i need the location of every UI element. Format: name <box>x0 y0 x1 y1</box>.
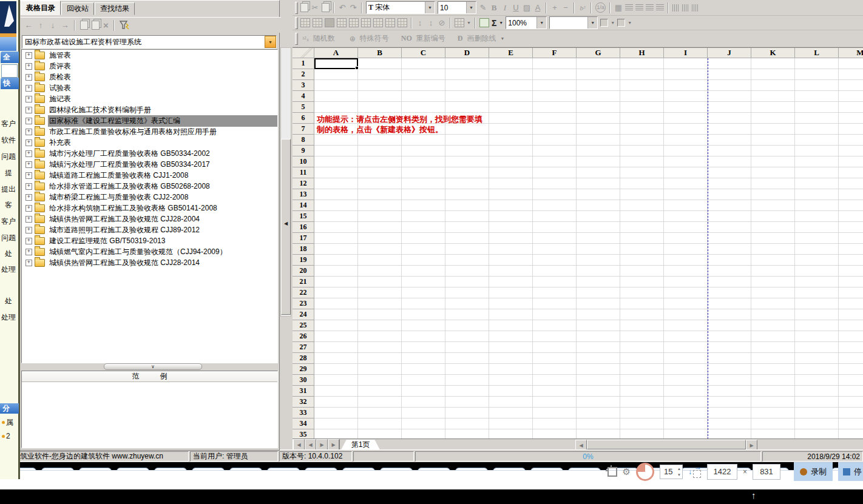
row-header[interactable]: 15 <box>293 211 314 222</box>
expand-icon[interactable]: + <box>25 118 32 124</box>
expand-icon[interactable]: + <box>25 172 32 179</box>
clear-format-icon[interactable]: ⊘ <box>438 18 446 27</box>
merge-cells-icon[interactable]: ▦ <box>614 3 623 12</box>
row-header[interactable]: 27 <box>293 342 314 353</box>
column-header[interactable]: J <box>708 48 751 58</box>
toolbar-grip[interactable] <box>295 2 298 14</box>
row-header[interactable]: 25 <box>293 320 314 331</box>
pattern-icon[interactable] <box>385 18 395 27</box>
align-left-icon[interactable] <box>625 4 633 11</box>
edge-item[interactable]: 处 <box>5 249 22 259</box>
expand-icon[interactable]: + <box>25 238 32 244</box>
tab-table-directory[interactable]: 表格目录 <box>21 1 61 15</box>
tree-item[interactable]: +城镇污水处理厂工程质量验收表格 GB50334-2017 <box>22 159 277 170</box>
edge-search-input[interactable] <box>1 64 18 78</box>
column-header[interactable]: H <box>620 48 664 58</box>
renumber-button[interactable]: 重新编号 <box>416 33 445 44</box>
edge-item[interactable]: 处理 <box>1 312 18 323</box>
format-brush-icon[interactable]: ✎ <box>479 3 487 12</box>
tree-item[interactable]: +城镇道路工程施工质量验收表格 CJJ1-2008 <box>22 170 277 181</box>
fill-pattern-dropdown-icon[interactable]: ▼ <box>628 21 632 25</box>
row-header[interactable]: 10 <box>293 156 314 167</box>
expand-icon[interactable]: + <box>25 74 32 81</box>
increase-icon[interactable]: + <box>550 3 559 12</box>
superscript-icon[interactable]: b² <box>578 4 587 12</box>
edge-item[interactable]: 提出 <box>1 184 18 195</box>
column-header[interactable]: M <box>839 48 863 58</box>
expand-icon[interactable]: + <box>25 96 32 102</box>
expand-icon[interactable]: + <box>25 52 32 59</box>
combo-dropdown-icon[interactable]: ▼ <box>536 17 546 29</box>
edge-item[interactable]: 提 <box>5 168 22 178</box>
first-sheet-button[interactable]: ◀ <box>293 439 305 450</box>
row-header[interactable]: 24 <box>293 309 314 320</box>
expand-icon[interactable]: + <box>25 227 32 234</box>
column-header[interactable]: F <box>533 48 577 58</box>
row-header[interactable]: 30 <box>293 375 314 386</box>
align-justify-icon[interactable] <box>656 4 664 11</box>
expand-icon[interactable]: + <box>25 129 32 135</box>
paste-icon[interactable] <box>322 3 330 12</box>
edge-item[interactable]: 软件 <box>1 135 18 146</box>
row-header[interactable]: 4 <box>293 91 314 102</box>
collapse-example-button[interactable]: ∨ <box>104 363 202 370</box>
strikeline-dropdown-icon[interactable]: ▼ <box>500 36 504 41</box>
strikeline-button[interactable]: 画删除线 <box>467 33 496 44</box>
edge-item[interactable]: 处理 <box>1 264 18 275</box>
expand-icon[interactable]: + <box>25 139 32 146</box>
font-size-combo[interactable]: 10 ▼ <box>438 1 476 14</box>
expand-icon[interactable]: + <box>25 194 32 201</box>
redo-icon[interactable]: ↷ <box>349 3 357 12</box>
interval-stepper[interactable]: 15 ▲▼ <box>660 465 683 479</box>
special-symbol-button[interactable]: 特殊符号 <box>360 33 389 44</box>
select-all-corner[interactable] <box>293 48 314 58</box>
shading-icon[interactable] <box>373 18 383 27</box>
table-style-icon[interactable] <box>325 18 334 27</box>
expand-icon[interactable]: + <box>25 205 32 212</box>
autosum-dropdown-icon[interactable]: ▼ <box>499 21 503 25</box>
lock-cell-icon[interactable] <box>398 18 407 27</box>
row-header[interactable]: 20 <box>293 266 314 277</box>
row-header[interactable]: 23 <box>293 298 314 309</box>
edge-tab-all[interactable]: 全 <box>1 52 19 63</box>
row-header[interactable]: 21 <box>293 277 314 287</box>
stepper-down-icon[interactable]: ▼ <box>677 472 681 478</box>
column-header[interactable]: K <box>751 48 795 58</box>
tree-item[interactable]: +园林绿化施工技术资料编制手册 <box>22 104 277 115</box>
delete-button[interactable]: × <box>103 21 109 29</box>
prev-sheet-button[interactable]: ◀ <box>305 439 316 450</box>
column-header[interactable]: G <box>577 48 620 58</box>
tree-item[interactable]: +城镇供热管网工程施工及验收规范 CJJ28-2004 <box>22 213 277 224</box>
border-color-icon[interactable] <box>600 19 608 27</box>
fill-color-icon[interactable]: ▨ <box>523 3 531 12</box>
toolbar-grip[interactable] <box>295 33 298 45</box>
tree-item[interactable]: +城市桥梁工程施工与质量验收表 CJJ2-2008 <box>22 192 277 203</box>
row-header[interactable]: 13 <box>293 189 314 200</box>
tree-item[interactable]: +质评表 <box>22 61 277 72</box>
tab-recycle-bin[interactable]: 回收站 <box>61 2 94 15</box>
tree-item[interactable]: +市政工程施工质量验收标准与通用表格对照应用手册 <box>22 126 277 137</box>
edge-item[interactable]: 属 <box>2 417 19 428</box>
bold-icon[interactable]: B <box>490 3 498 13</box>
filter-icon[interactable] <box>120 21 130 30</box>
column-header[interactable]: B <box>358 48 402 58</box>
row-header[interactable]: 8 <box>293 135 314 146</box>
decrease-icon[interactable]: − <box>561 3 570 12</box>
tree-item[interactable]: +城市污水处理厂工程质量验收表格 GB50334-2002 <box>22 148 277 159</box>
expand-icon[interactable]: + <box>25 150 32 157</box>
tree-scrollbar[interactable]: ◀ <box>280 47 291 317</box>
row-header[interactable]: 1 <box>293 58 314 69</box>
tree-scrollbar-thumb[interactable] <box>281 139 291 315</box>
copy-icon[interactable] <box>80 21 88 30</box>
random-number-button[interactable]: 随机数 <box>313 33 335 44</box>
horizontal-scrollbar[interactable]: ◀ ▶ <box>575 440 757 449</box>
width-field[interactable]: 1422 <box>707 464 737 480</box>
column-header[interactable]: C <box>402 48 445 58</box>
copy-icon[interactable] <box>300 3 308 12</box>
row-header[interactable]: 19 <box>293 255 314 266</box>
row-header[interactable]: 26 <box>293 331 314 342</box>
column-header[interactable]: L <box>795 48 839 58</box>
column-header[interactable]: E <box>489 48 533 58</box>
tree-item[interactable]: +施管表 <box>22 50 277 61</box>
line-spacing-icon[interactable]: ↕ <box>427 18 435 27</box>
